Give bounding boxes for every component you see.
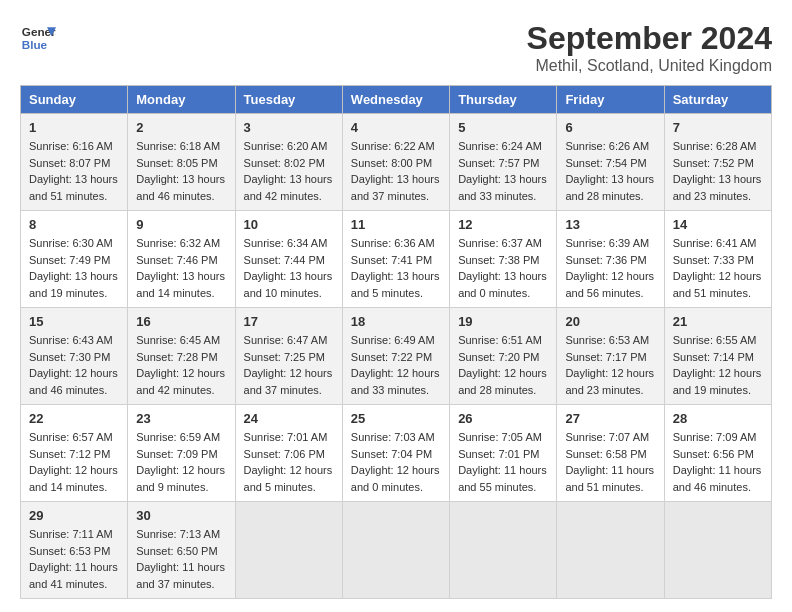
table-cell: 25 Sunrise: 7:03 AM Sunset: 7:04 PM Dayl… bbox=[342, 405, 449, 502]
day-info: Sunrise: 6:51 AM Sunset: 7:20 PM Dayligh… bbox=[458, 332, 548, 398]
day-info: Sunrise: 6:20 AM Sunset: 8:02 PM Dayligh… bbox=[244, 138, 334, 204]
page-header: General Blue September 2024 Methil, Scot… bbox=[20, 20, 772, 75]
day-number: 17 bbox=[244, 314, 334, 329]
table-cell: 14 Sunrise: 6:41 AM Sunset: 7:33 PM Dayl… bbox=[664, 211, 771, 308]
table-cell: 2 Sunrise: 6:18 AM Sunset: 8:05 PM Dayli… bbox=[128, 114, 235, 211]
day-info: Sunrise: 6:59 AM Sunset: 7:09 PM Dayligh… bbox=[136, 429, 226, 495]
table-cell: 24 Sunrise: 7:01 AM Sunset: 7:06 PM Dayl… bbox=[235, 405, 342, 502]
table-cell bbox=[235, 502, 342, 599]
table-cell bbox=[450, 502, 557, 599]
day-number: 16 bbox=[136, 314, 226, 329]
table-cell: 8 Sunrise: 6:30 AM Sunset: 7:49 PM Dayli… bbox=[21, 211, 128, 308]
location: Methil, Scotland, United Kingdom bbox=[527, 57, 772, 75]
day-number: 14 bbox=[673, 217, 763, 232]
day-info: Sunrise: 7:05 AM Sunset: 7:01 PM Dayligh… bbox=[458, 429, 548, 495]
day-info: Sunrise: 6:53 AM Sunset: 7:17 PM Dayligh… bbox=[565, 332, 655, 398]
calendar-week-row: 29 Sunrise: 7:11 AM Sunset: 6:53 PM Dayl… bbox=[21, 502, 772, 599]
day-info: Sunrise: 6:34 AM Sunset: 7:44 PM Dayligh… bbox=[244, 235, 334, 301]
day-info: Sunrise: 6:55 AM Sunset: 7:14 PM Dayligh… bbox=[673, 332, 763, 398]
day-number: 4 bbox=[351, 120, 441, 135]
table-cell: 16 Sunrise: 6:45 AM Sunset: 7:28 PM Dayl… bbox=[128, 308, 235, 405]
day-number: 20 bbox=[565, 314, 655, 329]
calendar-week-row: 1 Sunrise: 6:16 AM Sunset: 8:07 PM Dayli… bbox=[21, 114, 772, 211]
day-info: Sunrise: 7:07 AM Sunset: 6:58 PM Dayligh… bbox=[565, 429, 655, 495]
day-info: Sunrise: 6:16 AM Sunset: 8:07 PM Dayligh… bbox=[29, 138, 119, 204]
calendar-table: Sunday Monday Tuesday Wednesday Thursday… bbox=[20, 85, 772, 599]
table-cell: 26 Sunrise: 7:05 AM Sunset: 7:01 PM Dayl… bbox=[450, 405, 557, 502]
table-cell bbox=[557, 502, 664, 599]
day-info: Sunrise: 6:18 AM Sunset: 8:05 PM Dayligh… bbox=[136, 138, 226, 204]
day-info: Sunrise: 7:01 AM Sunset: 7:06 PM Dayligh… bbox=[244, 429, 334, 495]
col-sunday: Sunday bbox=[21, 86, 128, 114]
day-number: 5 bbox=[458, 120, 548, 135]
calendar-week-row: 15 Sunrise: 6:43 AM Sunset: 7:30 PM Dayl… bbox=[21, 308, 772, 405]
day-number: 19 bbox=[458, 314, 548, 329]
day-number: 13 bbox=[565, 217, 655, 232]
table-cell: 7 Sunrise: 6:28 AM Sunset: 7:52 PM Dayli… bbox=[664, 114, 771, 211]
day-number: 8 bbox=[29, 217, 119, 232]
table-cell bbox=[664, 502, 771, 599]
month-title: September 2024 bbox=[527, 20, 772, 57]
col-wednesday: Wednesday bbox=[342, 86, 449, 114]
day-info: Sunrise: 6:24 AM Sunset: 7:57 PM Dayligh… bbox=[458, 138, 548, 204]
day-info: Sunrise: 6:36 AM Sunset: 7:41 PM Dayligh… bbox=[351, 235, 441, 301]
col-tuesday: Tuesday bbox=[235, 86, 342, 114]
table-cell: 22 Sunrise: 6:57 AM Sunset: 7:12 PM Dayl… bbox=[21, 405, 128, 502]
table-cell: 6 Sunrise: 6:26 AM Sunset: 7:54 PM Dayli… bbox=[557, 114, 664, 211]
table-cell: 10 Sunrise: 6:34 AM Sunset: 7:44 PM Dayl… bbox=[235, 211, 342, 308]
table-cell: 13 Sunrise: 6:39 AM Sunset: 7:36 PM Dayl… bbox=[557, 211, 664, 308]
table-cell: 3 Sunrise: 6:20 AM Sunset: 8:02 PM Dayli… bbox=[235, 114, 342, 211]
day-info: Sunrise: 6:30 AM Sunset: 7:49 PM Dayligh… bbox=[29, 235, 119, 301]
day-number: 30 bbox=[136, 508, 226, 523]
calendar-week-row: 8 Sunrise: 6:30 AM Sunset: 7:49 PM Dayli… bbox=[21, 211, 772, 308]
day-number: 15 bbox=[29, 314, 119, 329]
table-cell: 1 Sunrise: 6:16 AM Sunset: 8:07 PM Dayli… bbox=[21, 114, 128, 211]
day-number: 25 bbox=[351, 411, 441, 426]
table-cell: 4 Sunrise: 6:22 AM Sunset: 8:00 PM Dayli… bbox=[342, 114, 449, 211]
calendar-week-row: 22 Sunrise: 6:57 AM Sunset: 7:12 PM Dayl… bbox=[21, 405, 772, 502]
table-cell bbox=[342, 502, 449, 599]
calendar-header-row: Sunday Monday Tuesday Wednesday Thursday… bbox=[21, 86, 772, 114]
table-cell: 11 Sunrise: 6:36 AM Sunset: 7:41 PM Dayl… bbox=[342, 211, 449, 308]
table-cell: 15 Sunrise: 6:43 AM Sunset: 7:30 PM Dayl… bbox=[21, 308, 128, 405]
day-info: Sunrise: 6:47 AM Sunset: 7:25 PM Dayligh… bbox=[244, 332, 334, 398]
logo: General Blue bbox=[20, 20, 56, 56]
day-info: Sunrise: 6:45 AM Sunset: 7:28 PM Dayligh… bbox=[136, 332, 226, 398]
table-cell: 27 Sunrise: 7:07 AM Sunset: 6:58 PM Dayl… bbox=[557, 405, 664, 502]
day-number: 23 bbox=[136, 411, 226, 426]
day-number: 26 bbox=[458, 411, 548, 426]
table-cell: 9 Sunrise: 6:32 AM Sunset: 7:46 PM Dayli… bbox=[128, 211, 235, 308]
day-number: 9 bbox=[136, 217, 226, 232]
day-number: 3 bbox=[244, 120, 334, 135]
day-info: Sunrise: 7:11 AM Sunset: 6:53 PM Dayligh… bbox=[29, 526, 119, 592]
table-cell: 18 Sunrise: 6:49 AM Sunset: 7:22 PM Dayl… bbox=[342, 308, 449, 405]
day-info: Sunrise: 6:28 AM Sunset: 7:52 PM Dayligh… bbox=[673, 138, 763, 204]
svg-text:Blue: Blue bbox=[22, 38, 48, 51]
table-cell: 5 Sunrise: 6:24 AM Sunset: 7:57 PM Dayli… bbox=[450, 114, 557, 211]
day-number: 21 bbox=[673, 314, 763, 329]
day-number: 6 bbox=[565, 120, 655, 135]
day-info: Sunrise: 6:39 AM Sunset: 7:36 PM Dayligh… bbox=[565, 235, 655, 301]
table-cell: 17 Sunrise: 6:47 AM Sunset: 7:25 PM Dayl… bbox=[235, 308, 342, 405]
day-info: Sunrise: 6:57 AM Sunset: 7:12 PM Dayligh… bbox=[29, 429, 119, 495]
col-friday: Friday bbox=[557, 86, 664, 114]
day-info: Sunrise: 6:26 AM Sunset: 7:54 PM Dayligh… bbox=[565, 138, 655, 204]
day-info: Sunrise: 6:37 AM Sunset: 7:38 PM Dayligh… bbox=[458, 235, 548, 301]
day-info: Sunrise: 6:22 AM Sunset: 8:00 PM Dayligh… bbox=[351, 138, 441, 204]
day-number: 29 bbox=[29, 508, 119, 523]
table-cell: 21 Sunrise: 6:55 AM Sunset: 7:14 PM Dayl… bbox=[664, 308, 771, 405]
day-number: 18 bbox=[351, 314, 441, 329]
day-number: 10 bbox=[244, 217, 334, 232]
day-info: Sunrise: 7:03 AM Sunset: 7:04 PM Dayligh… bbox=[351, 429, 441, 495]
day-number: 7 bbox=[673, 120, 763, 135]
day-info: Sunrise: 7:13 AM Sunset: 6:50 PM Dayligh… bbox=[136, 526, 226, 592]
col-thursday: Thursday bbox=[450, 86, 557, 114]
table-cell: 28 Sunrise: 7:09 AM Sunset: 6:56 PM Dayl… bbox=[664, 405, 771, 502]
table-cell: 19 Sunrise: 6:51 AM Sunset: 7:20 PM Dayl… bbox=[450, 308, 557, 405]
day-info: Sunrise: 7:09 AM Sunset: 6:56 PM Dayligh… bbox=[673, 429, 763, 495]
day-number: 12 bbox=[458, 217, 548, 232]
day-number: 1 bbox=[29, 120, 119, 135]
day-number: 27 bbox=[565, 411, 655, 426]
day-number: 24 bbox=[244, 411, 334, 426]
table-cell: 23 Sunrise: 6:59 AM Sunset: 7:09 PM Dayl… bbox=[128, 405, 235, 502]
